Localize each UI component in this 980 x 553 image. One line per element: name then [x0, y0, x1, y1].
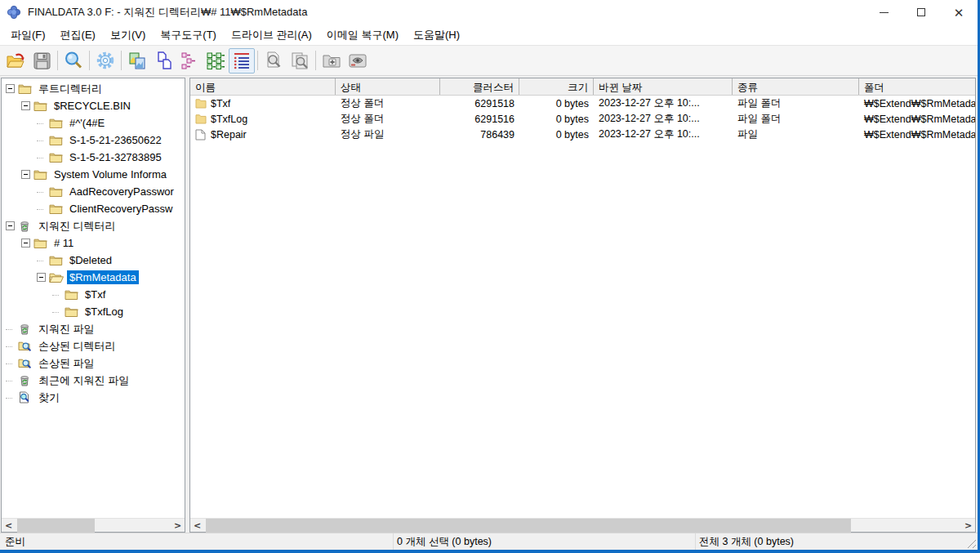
tree-item-지워진-디렉터리[interactable]: 지워진 디렉터리 — [2, 217, 185, 234]
folder-icon — [49, 134, 64, 147]
collapse-icon[interactable] — [6, 83, 16, 94]
minimize-button[interactable] — [865, 0, 902, 25]
scroll-left-icon[interactable]: < — [190, 519, 204, 533]
collapse-icon[interactable] — [21, 169, 32, 180]
save-button[interactable] — [29, 48, 55, 74]
tree-item-label: 루트디렉터리 — [36, 81, 105, 97]
tree-scroll-thumb[interactable] — [17, 519, 95, 533]
search-folder-icon — [18, 340, 33, 353]
minus-box-icon[interactable] — [21, 101, 30, 110]
list-scroll-track[interactable] — [204, 519, 961, 532]
cell-name: $Repair — [190, 129, 336, 140]
menu-item-1[interactable]: 편집(E) — [53, 25, 103, 46]
cell-date: 2023-12-27 오후 10:... — [594, 127, 733, 141]
tree-item-label: 손상된 파일 — [36, 355, 97, 372]
collapse-icon[interactable] — [21, 238, 32, 248]
preview-pages-button — [287, 48, 313, 74]
menu-item-0[interactable]: 파일(F) — [3, 25, 53, 46]
list-horizontal-scrollbar[interactable]: < > — [190, 518, 975, 532]
tree-item-$rmmetadata[interactable]: $RmMetadata — [2, 269, 185, 286]
column-header-size[interactable]: 크기 — [519, 78, 594, 95]
thumbnail-view-button[interactable] — [124, 48, 150, 74]
open-folder-icon — [6, 51, 25, 70]
tree-connector — [6, 323, 16, 334]
tree-item-손상된-파일[interactable]: 손상된 파일 — [2, 355, 185, 372]
minus-box-icon[interactable] — [6, 221, 15, 230]
folder-icon — [33, 100, 48, 113]
recycle-bin-icon — [18, 220, 33, 233]
column-header-cluster[interactable]: 클러스터 — [440, 78, 519, 95]
tree-item-s-1-5-21-32783895[interactable]: S-1-5-21-32783895 — [2, 149, 185, 166]
close-button[interactable]: ✕ — [940, 0, 978, 25]
collapse-icon[interactable] — [21, 100, 32, 111]
toolbar-separator — [89, 51, 90, 70]
tree-item-system-volume-informa[interactable]: System Volume Informa — [2, 166, 185, 183]
scroll-left-icon[interactable]: < — [2, 519, 16, 533]
cell-folder: ₩$Extend₩$RmMetadata — [859, 114, 975, 125]
tree-scroll-track[interactable] — [16, 519, 171, 532]
column-header-folder[interactable]: 폴더 — [859, 78, 975, 95]
report-view-button[interactable] — [229, 48, 255, 74]
list-scroll-thumb[interactable] — [206, 519, 851, 533]
tree-item-label: $Txf — [82, 288, 108, 301]
menu-item-3[interactable]: 복구도구(T) — [153, 25, 224, 46]
tree-item-s-1-5-21-23650622[interactable]: S-1-5-21-23650622 — [2, 132, 185, 149]
cell-status: 정상 폴더 — [336, 96, 440, 110]
tree-item-루트디렉터리[interactable]: 루트디렉터리 — [2, 80, 185, 97]
menu-item-2[interactable]: 보기(V) — [103, 25, 153, 46]
tree-item-aadrecoverypasswor[interactable]: AadRecoveryPasswor — [2, 183, 185, 200]
file-row-repair[interactable]: $Repair정상 파일7864390 bytes2023-12-27 오후 1… — [190, 127, 975, 142]
tree-connector — [37, 186, 47, 197]
tree-item-$recycle-bin[interactable]: $RECYCLE.BIN — [2, 97, 185, 114]
tree-item-손상된-디렉터리[interactable]: 손상된 디렉터리 — [2, 337, 185, 355]
minus-box-icon[interactable] — [37, 273, 46, 282]
tree-horizontal-scrollbar[interactable]: < > — [2, 518, 185, 532]
tree-item-clientrecoverypassw[interactable]: ClientRecoveryPassw — [2, 200, 185, 217]
maximize-button[interactable] — [902, 0, 940, 25]
add-folder-icon — [322, 51, 341, 70]
minus-box-icon[interactable] — [21, 239, 30, 248]
cell-name: $Txf — [190, 98, 336, 109]
open-folder-button[interactable] — [2, 48, 29, 74]
collapse-icon[interactable] — [6, 221, 16, 231]
scroll-right-icon[interactable]: > — [171, 519, 185, 533]
icon-view-icon — [154, 51, 173, 70]
tree-connector — [37, 255, 47, 265]
column-header-name[interactable]: 이름 — [190, 78, 336, 95]
tree-item-#-11[interactable]: # 11 — [2, 234, 185, 252]
menu-item-5[interactable]: 이메일 복구(M) — [319, 25, 406, 46]
collapse-icon[interactable] — [37, 272, 47, 283]
cell-size: 0 bytes — [519, 114, 594, 125]
column-header-status[interactable]: 상태 — [336, 78, 440, 95]
recycle-bin-icon — [18, 323, 33, 336]
tree-item-최근에-지워진-파일[interactable]: 최근에 지워진 파일 — [2, 372, 185, 389]
mount-drive-icon — [348, 51, 368, 70]
tree-item-찾기[interactable]: 찾기 — [2, 389, 185, 406]
mount-drive-button — [345, 48, 371, 74]
icon-view-button[interactable] — [150, 48, 176, 74]
tree-item-$deleted[interactable]: $Deleted — [2, 252, 185, 269]
menu-item-4[interactable]: 드라이브 관리(A) — [224, 25, 319, 46]
menu-item-6[interactable]: 도움말(H) — [406, 25, 467, 46]
file-row-txf[interactable]: $Txf정상 폴더62915180 bytes2023-12-27 오후 10:… — [190, 96, 975, 111]
tree-connector — [6, 392, 16, 403]
scroll-right-icon[interactable]: > — [961, 519, 975, 533]
list-view-button[interactable] — [176, 48, 203, 74]
tree-item-$txflog[interactable]: $TxfLog — [2, 303, 185, 320]
minus-box-icon[interactable] — [6, 84, 15, 93]
column-header-date[interactable]: 바뀐 날짜 — [594, 78, 733, 95]
add-folder-button — [318, 48, 345, 74]
minus-box-icon[interactable] — [21, 170, 30, 179]
column-header-type[interactable]: 종류 — [733, 78, 859, 95]
tree-item-label: 손상된 디렉터리 — [36, 338, 118, 355]
file-row-txflog[interactable]: $TxfLog정상 폴더62915160 bytes2023-12-27 오후 … — [190, 111, 975, 127]
tree-view-button[interactable] — [203, 48, 229, 74]
tree-item-$txf[interactable]: $Txf — [2, 286, 185, 303]
search-button[interactable] — [60, 48, 87, 74]
tree-item-지워진-파일[interactable]: 지워진 파일 — [2, 320, 185, 337]
dotted-stub — [37, 140, 43, 141]
tree-item-#-4#e[interactable]: #^'(4#E — [2, 114, 185, 132]
settings-button[interactable] — [92, 48, 118, 74]
dotted-stub — [52, 295, 59, 296]
tree-item-label: ClientRecoveryPassw — [67, 202, 175, 216]
